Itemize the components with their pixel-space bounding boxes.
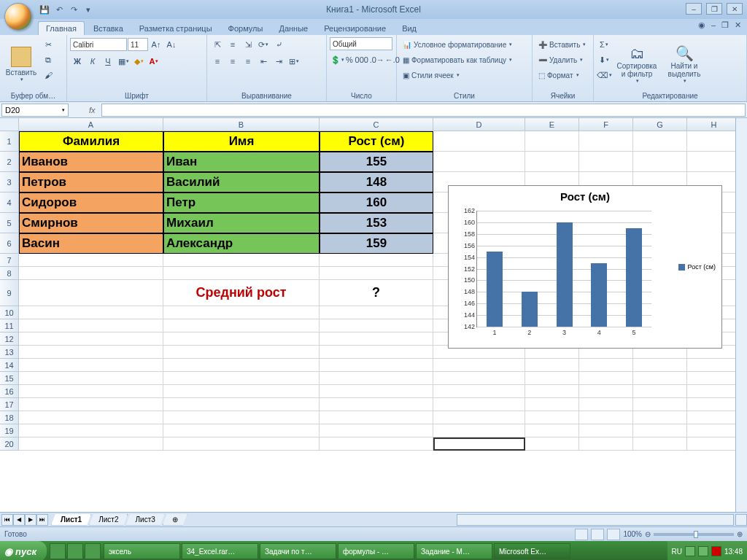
- percent-icon[interactable]: %: [345, 52, 354, 67]
- align-center-icon[interactable]: ≡: [225, 54, 240, 69]
- row-header-14[interactable]: 14: [0, 359, 19, 372]
- row-header-3[interactable]: 3: [0, 172, 19, 192]
- comma-icon[interactable]: 000: [355, 52, 369, 67]
- row-header-4[interactable]: 4: [0, 192, 19, 213]
- chart-bar-3[interactable]: [557, 222, 573, 327]
- sheet-tab-new[interactable]: ⊕: [163, 514, 187, 526]
- cell-C7[interactable]: [320, 254, 433, 267]
- cell-G15[interactable]: [633, 372, 687, 385]
- cell-F1[interactable]: [579, 131, 633, 152]
- cell-B6[interactable]: Александр: [163, 233, 320, 254]
- row-header-10[interactable]: 10: [0, 306, 19, 319]
- cell-B10[interactable]: [163, 306, 320, 319]
- cell-G19[interactable]: [633, 424, 687, 438]
- row-header-7[interactable]: 7: [0, 254, 19, 267]
- taskbar-item-2[interactable]: Задачи по т…: [260, 543, 336, 559]
- cell-C12[interactable]: [320, 332, 433, 346]
- tab-data[interactable]: Данные: [271, 22, 315, 35]
- sheet-nav-prev[interactable]: ◀: [13, 514, 25, 526]
- cell-B20[interactable]: [163, 438, 320, 451]
- cell-H20[interactable]: [687, 438, 741, 451]
- tab-insert[interactable]: Вставка: [86, 22, 131, 35]
- insert-cells-button[interactable]: ➕ Вставить▾: [535, 37, 590, 52]
- row-header-5[interactable]: 5: [0, 213, 19, 233]
- column-header-A[interactable]: A: [19, 118, 163, 131]
- cell-E17[interactable]: [525, 398, 579, 411]
- paste-button[interactable]: Вставить▾: [3, 37, 39, 91]
- tray-icon-2[interactable]: [698, 546, 708, 556]
- border-button[interactable]: ▦▾: [116, 54, 131, 69]
- redo-icon[interactable]: ↷: [67, 3, 80, 16]
- cell-H19[interactable]: [687, 424, 741, 438]
- cell-F14[interactable]: [579, 359, 633, 372]
- cell-H1[interactable]: [687, 131, 741, 152]
- cell-F2[interactable]: [579, 152, 633, 172]
- cell-G20[interactable]: [633, 438, 687, 451]
- row-header-16[interactable]: 16: [0, 385, 19, 398]
- row-header-13[interactable]: 13: [0, 346, 19, 359]
- copy-icon[interactable]: ⧉: [41, 52, 55, 67]
- italic-button[interactable]: К: [85, 54, 100, 69]
- row-header-20[interactable]: 20: [0, 438, 19, 451]
- cell-G17[interactable]: [633, 398, 687, 411]
- cell-B17[interactable]: [163, 398, 320, 411]
- doc-close-button[interactable]: ✕: [735, 20, 741, 30]
- align-top-icon[interactable]: ⇱: [210, 37, 225, 52]
- row-header-19[interactable]: 19: [0, 424, 19, 438]
- taskbar-item-4[interactable]: Задание - M…: [416, 543, 492, 559]
- cell-B3[interactable]: Василий: [163, 172, 320, 192]
- row-header-6[interactable]: 6: [0, 233, 19, 254]
- row-header-1[interactable]: 1: [0, 131, 19, 152]
- cell-C19[interactable]: [320, 424, 433, 438]
- cell-F17[interactable]: [579, 398, 633, 411]
- tab-home[interactable]: Главная: [38, 21, 85, 35]
- cell-B18[interactable]: [163, 411, 320, 424]
- chart-bar-1[interactable]: [487, 252, 503, 327]
- cell-F18[interactable]: [579, 411, 633, 424]
- cell-C5[interactable]: 153: [320, 213, 433, 233]
- cell-A5[interactable]: Смирнов: [19, 213, 163, 233]
- cell-C6[interactable]: 159: [320, 233, 433, 254]
- cell-B8[interactable]: [163, 267, 320, 280]
- cell-D17[interactable]: [433, 398, 525, 411]
- cell-E16[interactable]: [525, 385, 579, 398]
- cell-E20[interactable]: [525, 438, 579, 451]
- underline-button[interactable]: Ч: [101, 54, 115, 69]
- view-layout-icon[interactable]: [591, 529, 604, 540]
- column-header-G[interactable]: G: [633, 118, 687, 131]
- find-select-button[interactable]: 🔍 Найти и выделить▾: [662, 37, 706, 91]
- help-icon[interactable]: ◉: [698, 20, 705, 30]
- taskbar-item-1[interactable]: 34_Excel.rar…: [182, 543, 258, 559]
- cell-C10[interactable]: [320, 306, 433, 319]
- embedded-chart[interactable]: Рост (см) Рост (см) 14214414614815015215…: [448, 185, 722, 349]
- cell-C15[interactable]: [320, 372, 433, 385]
- cell-C1[interactable]: Рост (см): [320, 131, 433, 152]
- cell-H15[interactable]: [687, 372, 741, 385]
- cell-G2[interactable]: [633, 152, 687, 172]
- orientation-icon[interactable]: ⟳▾: [256, 37, 271, 52]
- cell-B16[interactable]: [163, 385, 320, 398]
- tab-review[interactable]: Рецензирование: [317, 22, 393, 35]
- cell-A17[interactable]: [19, 398, 163, 411]
- cell-D14[interactable]: [433, 359, 525, 372]
- vertical-scrollbar[interactable]: [735, 118, 747, 512]
- font-name-combo[interactable]: Calibri: [70, 38, 127, 51]
- cell-C11[interactable]: [320, 319, 433, 332]
- align-left-icon[interactable]: ≡: [210, 54, 225, 69]
- quicklaunch-3[interactable]: [85, 543, 101, 559]
- tab-page-layout[interactable]: Разметка страницы: [132, 22, 220, 35]
- cell-G18[interactable]: [633, 411, 687, 424]
- font-color-button[interactable]: A▾: [147, 54, 161, 69]
- indent-dec-icon[interactable]: ⇤: [256, 54, 271, 69]
- cell-F15[interactable]: [579, 372, 633, 385]
- cell-E2[interactable]: [525, 152, 579, 172]
- cell-B13[interactable]: [163, 346, 320, 359]
- cell-A18[interactable]: [19, 411, 163, 424]
- cut-icon[interactable]: ✂: [41, 37, 55, 52]
- formula-input[interactable]: [101, 104, 746, 117]
- shrink-font-icon[interactable]: A↓: [164, 37, 179, 52]
- view-normal-icon[interactable]: [575, 529, 588, 540]
- minimize-button[interactable]: –: [686, 3, 702, 15]
- zoom-slider[interactable]: [654, 533, 734, 536]
- cell-A15[interactable]: [19, 372, 163, 385]
